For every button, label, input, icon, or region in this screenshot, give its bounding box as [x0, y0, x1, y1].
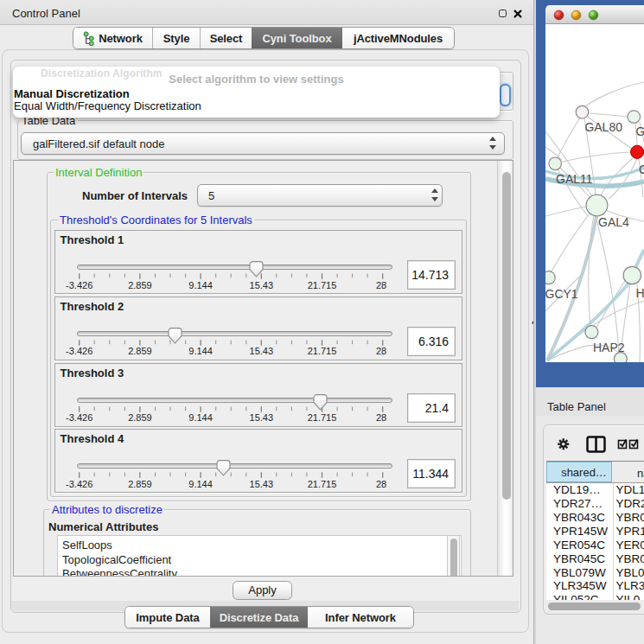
- svg-text:GAL4: GAL4: [598, 215, 629, 229]
- svg-text:H: H: [636, 286, 644, 300]
- svg-text:GAL80: GAL80: [584, 120, 622, 134]
- svg-text:HAP2: HAP2: [593, 341, 625, 354]
- svg-text:GAL11: GAL11: [556, 172, 593, 186]
- svg-text:C: C: [639, 163, 644, 176]
- svg-text:G…: G…: [636, 124, 644, 138]
- svg-text:GCY1: GCY1: [545, 287, 578, 301]
